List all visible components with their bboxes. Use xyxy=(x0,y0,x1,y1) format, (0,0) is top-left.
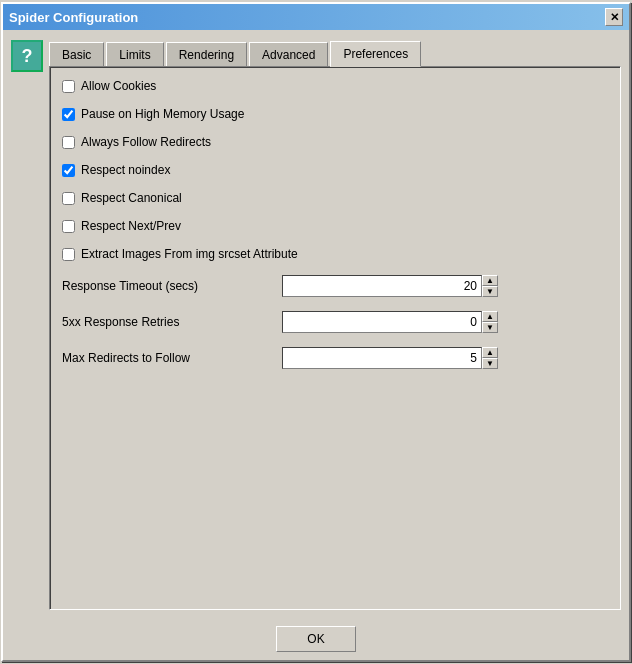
response-timeout-input[interactable] xyxy=(282,275,482,297)
5xx-retries-label: 5xx Response Retries xyxy=(62,315,282,329)
close-button[interactable]: ✕ xyxy=(605,8,623,26)
tab-advanced[interactable]: Advanced xyxy=(249,42,328,66)
title-bar-controls: ✕ xyxy=(605,8,623,26)
extract-images-label[interactable]: Extract Images From img srcset Attribute xyxy=(81,247,298,261)
response-timeout-row: Response Timeout (secs) ▲ ▼ xyxy=(62,275,608,297)
help-button[interactable]: ? xyxy=(11,40,43,72)
follow-redirects-label[interactable]: Always Follow Redirects xyxy=(81,135,211,149)
max-redirects-label: Max Redirects to Follow xyxy=(62,351,282,365)
response-timeout-spinner: ▲ ▼ xyxy=(282,275,498,297)
max-redirects-spinner-buttons: ▲ ▼ xyxy=(482,347,498,369)
tab-preferences[interactable]: Preferences xyxy=(330,41,421,67)
title-bar: Spider Configuration ✕ xyxy=(3,4,629,30)
5xx-retries-up[interactable]: ▲ xyxy=(482,311,498,322)
main-content: Basic Limits Rendering Advanced Preferen… xyxy=(49,38,621,610)
tab-rendering[interactable]: Rendering xyxy=(166,42,247,66)
max-redirects-up[interactable]: ▲ xyxy=(482,347,498,358)
window-title: Spider Configuration xyxy=(9,10,138,25)
extract-images-checkbox[interactable] xyxy=(62,248,75,261)
response-timeout-spinner-buttons: ▲ ▼ xyxy=(482,275,498,297)
noindex-label[interactable]: Respect noindex xyxy=(81,163,170,177)
canonical-label[interactable]: Respect Canonical xyxy=(81,191,182,205)
5xx-retries-row: 5xx Response Retries ▲ ▼ xyxy=(62,311,608,333)
allow-cookies-checkbox[interactable] xyxy=(62,80,75,93)
max-redirects-spinner: ▲ ▼ xyxy=(282,347,498,369)
noindex-checkbox[interactable] xyxy=(62,164,75,177)
5xx-retries-input[interactable] xyxy=(282,311,482,333)
5xx-retries-spinner: ▲ ▼ xyxy=(282,311,498,333)
checkbox-row-noindex: Respect noindex xyxy=(62,163,608,177)
follow-redirects-checkbox[interactable] xyxy=(62,136,75,149)
canonical-checkbox[interactable] xyxy=(62,192,75,205)
next-prev-checkbox[interactable] xyxy=(62,220,75,233)
5xx-retries-down[interactable]: ▼ xyxy=(482,322,498,333)
pause-memory-checkbox[interactable] xyxy=(62,108,75,121)
next-prev-label[interactable]: Respect Next/Prev xyxy=(81,219,181,233)
response-timeout-up[interactable]: ▲ xyxy=(482,275,498,286)
tabs: Basic Limits Rendering Advanced Preferen… xyxy=(49,38,621,66)
tab-content: Allow Cookies Pause on High Memory Usage… xyxy=(49,66,621,610)
checkbox-row-canonical: Respect Canonical xyxy=(62,191,608,205)
response-timeout-label: Response Timeout (secs) xyxy=(62,279,282,293)
max-redirects-input[interactable] xyxy=(282,347,482,369)
checkbox-row-pause-memory: Pause on High Memory Usage xyxy=(62,107,608,121)
max-redirects-down[interactable]: ▼ xyxy=(482,358,498,369)
checkbox-row-extract-images: Extract Images From img srcset Attribute xyxy=(62,247,608,261)
ok-button[interactable]: OK xyxy=(276,626,356,652)
tab-basic[interactable]: Basic xyxy=(49,42,104,66)
footer: OK xyxy=(3,618,629,660)
allow-cookies-label[interactable]: Allow Cookies xyxy=(81,79,156,93)
checkbox-row-allow-cookies: Allow Cookies xyxy=(62,79,608,93)
max-redirects-row: Max Redirects to Follow ▲ ▼ xyxy=(62,347,608,369)
main-window: Spider Configuration ✕ ? Basic Limits Re… xyxy=(1,2,631,662)
window-body: ? Basic Limits Rendering Advanced Prefer… xyxy=(3,30,629,618)
pause-memory-label[interactable]: Pause on High Memory Usage xyxy=(81,107,244,121)
tab-limits[interactable]: Limits xyxy=(106,42,163,66)
checkbox-row-follow-redirects: Always Follow Redirects xyxy=(62,135,608,149)
5xx-retries-spinner-buttons: ▲ ▼ xyxy=(482,311,498,333)
checkbox-row-next-prev: Respect Next/Prev xyxy=(62,219,608,233)
response-timeout-down[interactable]: ▼ xyxy=(482,286,498,297)
